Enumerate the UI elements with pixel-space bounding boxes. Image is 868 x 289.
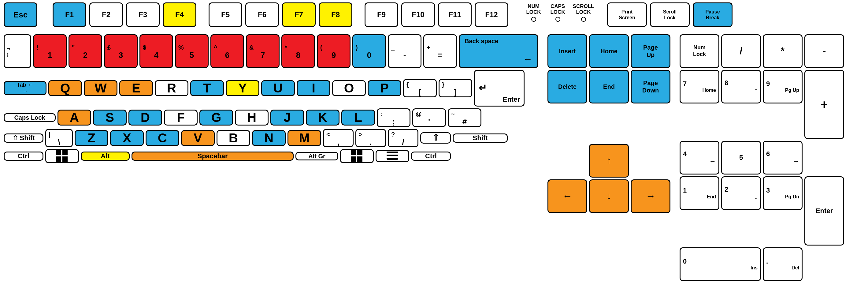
home-key[interactable]: Home [589,34,629,68]
z-key[interactable]: Z [74,130,108,146]
delete-key[interactable]: Delete [548,70,587,104]
slash-key[interactable]: ? / [388,129,418,148]
numpad-dot[interactable]: . Del [763,248,803,281]
right-shift-key[interactable]: Shift [453,134,508,143]
key-8[interactable]: * 8 [281,34,315,68]
u-key[interactable]: U [261,80,295,96]
f7-key[interactable]: F7 [282,2,316,27]
j-key[interactable]: J [270,110,304,125]
menu-key[interactable] [376,150,409,162]
key-2[interactable]: " 2 [68,34,102,68]
caps-lock-key[interactable]: Caps Lock [4,113,56,122]
v-key[interactable]: V [181,130,215,146]
f10-key[interactable]: F10 [401,2,435,27]
m-key[interactable]: M [287,130,321,146]
right-shift-arrow-key[interactable]: ⇧ [420,132,451,144]
r-key[interactable]: R [155,80,188,96]
semicolon-key[interactable]: : ; [377,108,410,127]
key-0[interactable]: ) 0 [352,34,386,68]
f9-key[interactable]: F9 [365,2,398,27]
s-key[interactable]: S [93,110,127,125]
f-key[interactable]: F [164,110,197,125]
b-key[interactable]: B [217,130,250,146]
backslash-key[interactable]: | \ [45,129,73,148]
key-equals[interactable]: + = [423,34,457,68]
n-key[interactable]: N [252,130,286,146]
numpad-7[interactable]: 7 Home [680,70,719,104]
numpad-minus[interactable]: - [804,34,844,68]
numpad-5[interactable]: 5 [721,141,761,174]
h-key[interactable]: H [235,110,269,125]
y-key[interactable]: Y [226,80,259,96]
key-7[interactable]: & 7 [246,34,280,68]
key-3[interactable]: £ 3 [104,34,137,68]
backspace-key[interactable]: Back space ← [459,34,538,68]
numpad-slash[interactable]: / [721,34,761,68]
numpad-plus[interactable]: + [804,70,844,139]
d-key[interactable]: D [128,110,162,125]
insert-key[interactable]: Insert [548,34,587,68]
key-4[interactable]: $ 4 [140,34,173,68]
p-key[interactable]: P [368,80,401,96]
f1-key[interactable]: F1 [53,2,86,27]
key-5[interactable]: % 5 [175,34,209,68]
f5-key[interactable]: F5 [209,2,242,27]
e-key[interactable]: E [119,80,153,96]
numlock-key[interactable]: NumLock [680,34,719,68]
f11-key[interactable]: F11 [438,2,472,27]
numpad-0[interactable]: 0 Ins [680,248,761,281]
alt-gr-key[interactable]: Alt Gr [296,152,338,161]
f12-key[interactable]: F12 [475,2,508,27]
end-key[interactable]: End [589,70,629,104]
g-key[interactable]: G [199,110,233,125]
l-key[interactable]: L [341,110,375,125]
f4-key[interactable]: F4 [163,2,196,27]
numpad-4[interactable]: 4 ← [680,141,719,174]
open-bracket-key[interactable]: { [ [403,79,437,98]
arrow-down-key[interactable]: ↓ [589,179,629,213]
c-key[interactable]: C [146,130,179,146]
t-key[interactable]: T [190,80,224,96]
hash-key[interactable]: ~ # [448,108,482,127]
f3-key[interactable]: F3 [126,2,160,27]
q-key[interactable]: Q [48,80,82,96]
numpad-9[interactable]: 9 Pg Up [763,70,803,104]
page-up-key[interactable]: PageUp [631,34,671,68]
key-minus[interactable]: _ - [388,34,422,68]
enter-key-top[interactable]: ↵ Enter [474,70,525,107]
arrow-up-key[interactable]: ↑ [589,144,629,178]
print-screen-key[interactable]: PrintScreen [607,2,647,27]
arrow-right-key[interactable]: → [631,179,671,213]
numpad-enter[interactable]: Enter [804,176,844,245]
k-key[interactable]: K [306,110,340,125]
left-win-key[interactable] [45,149,79,163]
scroll-lock-key[interactable]: ScrollLock [650,2,690,27]
numpad-8[interactable]: 8 ↑ [721,70,761,104]
pause-break-key[interactable]: PauseBreak [693,2,733,27]
backtick-key[interactable]: ¬ ¦ [4,34,31,68]
period-key[interactable]: > . [355,129,386,148]
f8-key[interactable]: F8 [319,2,352,27]
numpad-3[interactable]: 3 Pg Dn [763,176,803,210]
numpad-6[interactable]: 6 → [763,141,803,174]
o-key[interactable]: O [332,80,366,96]
f6-key[interactable]: F6 [245,2,279,27]
esc-key[interactable]: Esc [4,2,37,27]
arrow-left-key[interactable]: ← [548,179,587,213]
numpad-1[interactable]: 1 End [680,176,719,210]
a-key[interactable]: A [58,110,91,125]
w-key[interactable]: W [84,80,118,96]
x-key[interactable]: X [110,130,144,146]
left-shift-key[interactable]: ⇧ Shift [4,134,43,143]
f2-key[interactable]: F2 [89,2,123,27]
key-1[interactable]: ! 1 [33,34,67,68]
tab-key[interactable]: Tab ← → [4,81,46,95]
numpad-2[interactable]: 2 ↓ [721,176,761,210]
comma-key[interactable]: < , [323,129,353,148]
left-alt-key[interactable]: Alt [81,151,130,161]
close-bracket-key[interactable]: } ] [439,79,472,98]
left-ctrl-key[interactable]: Ctrl [4,151,43,161]
key-9[interactable]: ( 9 [317,34,350,68]
key-6[interactable]: ^ 6 [210,34,244,68]
numpad-star[interactable]: * [763,34,803,68]
